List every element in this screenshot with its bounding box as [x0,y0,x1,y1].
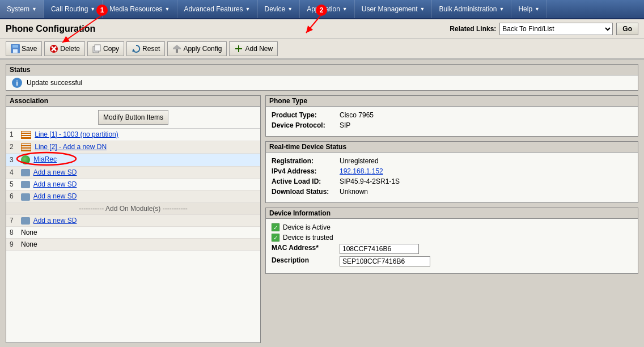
status-section: Status i Update successful [6,64,638,91]
description-input[interactable] [340,256,430,266]
nav-help[interactable]: Help ▼ [511,0,547,18]
related-links-select[interactable]: Back To Find/List [499,23,613,35]
addon-divider-row: ----------- Add On Module(s) ----------- [6,202,260,214]
device-trusted-row: ✓ Device is trusted [272,234,632,242]
row-num: 4 [6,166,18,178]
phone-type-content: Product Type: Cisco 7965 Device Protocol… [266,107,638,136]
related-links-area: Related Links: Back To Find/List Go [450,23,638,35]
download-value: Unknown [340,188,368,196]
nav-media-resources-arrow: ▼ [165,6,170,12]
row-content: Add a new SD [18,191,260,202]
active-load-label: Active Load ID: [272,177,340,185]
line2-link[interactable]: Line [2] - Add a new DN [35,143,107,151]
nav-system-arrow: ▼ [32,6,37,12]
nav-user-management-label: User Management [362,5,418,13]
mac-input[interactable] [340,244,419,254]
device-trusted-label: Device is trusted [283,234,333,242]
product-type-label: Product Type: [272,111,340,119]
description-row: Description [272,256,632,266]
go-button[interactable]: Go [616,23,638,35]
sd-icon [21,181,30,188]
nav-call-routing[interactable]: Call Routing ▼ [44,0,103,18]
row-num: 2 [6,141,18,153]
apply-config-button[interactable]: Apply Config [167,41,227,56]
table-row: 9 None [6,238,260,250]
table-row: 2 Line [2] - Add a new DN [6,141,260,153]
sd5-link[interactable]: Add a new SD [33,180,77,188]
related-links-label: Related Links: [450,25,496,33]
table-row: 6 Add a new SD [6,191,260,202]
product-type-row: Product Type: Cisco 7965 [272,111,632,119]
add-new-button[interactable]: Add New [229,41,278,56]
active-load-row: Active Load ID: SIP45.9-4-2SR1-1S [272,177,632,185]
page-title: Phone Configuration [6,24,95,34]
association-title: Association [6,96,260,107]
row-num: 1 [6,129,18,141]
sd7-link[interactable]: Add a new SD [33,217,77,225]
realtime-status-content: Registration: Unregistered IPv4 Address:… [266,153,638,202]
save-button[interactable]: Save [6,41,42,56]
nav-system[interactable]: System ▼ [0,0,44,18]
device-protocol-row: Device Protocol: SIP [272,121,632,129]
page-header: Phone Configuration Related Links: Back … [0,19,644,39]
sd6-link[interactable]: Add a new SD [33,192,77,200]
nav-application-label: Application [307,5,340,13]
row-num: 9 [6,238,18,250]
add-new-icon [234,44,243,53]
delete-button[interactable]: Delete [44,41,85,56]
nav-device-label: Device [265,5,286,13]
line-icon [21,143,31,151]
device-active-checkbox[interactable]: ✓ [272,223,279,231]
nav-application[interactable]: Application ▼ [300,0,355,18]
ipv4-row: IPv4 Address: 192.168.1.152 [272,167,632,175]
addon-divider: ----------- Add On Module(s) ----------- [6,202,260,214]
svg-marker-10 [173,45,180,48]
realtime-status-section: Real-time Device Status Registration: Un… [265,141,638,203]
product-type-value: Cisco 7965 [340,111,374,119]
table-row: 7 Add a new SD [6,214,260,226]
description-label: Description [272,256,340,266]
none-text-9: None [21,240,37,248]
toolbar: Save Delete Copy Reset Apply Config Add … [0,39,644,60]
two-col-layout: Association Modify Button Items 1 Line [… [6,95,638,343]
row-num: 6 [6,191,18,202]
line1-link[interactable]: Line [1] - 1003 (no partition) [35,130,118,138]
mac-label: MAC Address* [272,244,340,254]
sd-icon [21,217,30,225]
assoc-header: Modify Button Items [6,107,260,129]
row-content: None [18,226,260,238]
status-section-title: Status [6,65,638,75]
nav-bulk-admin[interactable]: Bulk Administration ▼ [432,0,511,18]
miarec-link[interactable]: MiaRec [33,155,57,163]
row-content: Add a new SD [18,178,260,190]
nav-help-arrow: ▼ [535,6,540,12]
navbar: System ▼ Call Routing ▼ Media Resources … [0,0,644,19]
registration-value: Unregistered [340,157,379,165]
nav-call-routing-arrow: ▼ [90,6,95,12]
line-icon [21,131,31,139]
registration-row: Registration: Unregistered [272,157,632,165]
association-section: Association Modify Button Items 1 Line [… [6,95,261,343]
delete-icon [49,44,58,53]
copy-label: Copy [103,45,119,53]
device-info-title: Device Information [266,208,638,219]
nav-advanced-features[interactable]: Advanced Features ▼ [177,0,258,18]
sd4-link[interactable]: Add a new SD [33,168,77,176]
realtime-status-title: Real-time Device Status [266,142,638,153]
nav-user-management[interactable]: User Management ▼ [355,0,433,18]
row-num: 8 [6,226,18,238]
nav-advanced-features-label: Advanced Features [184,5,243,13]
nav-media-resources[interactable]: Media Resources ▼ [103,0,177,18]
device-active-row: ✓ Device is Active [272,223,632,231]
reset-button[interactable]: Reset [126,41,165,56]
row-num: 3 [6,153,18,166]
modify-button-items[interactable]: Modify Button Items [98,110,168,125]
device-trusted-checkbox[interactable]: ✓ [272,234,279,242]
nav-device[interactable]: Device ▼ [258,0,300,18]
nav-user-management-arrow: ▼ [420,6,425,12]
device-info-section: Device Information ✓ Device is Active ✓ … [265,208,638,274]
device-info-content: ✓ Device is Active ✓ Device is trusted M… [266,219,638,273]
nav-help-label: Help [518,5,532,13]
ipv4-link[interactable]: 192.168.1.152 [340,167,383,175]
copy-button[interactable]: Copy [87,41,124,56]
